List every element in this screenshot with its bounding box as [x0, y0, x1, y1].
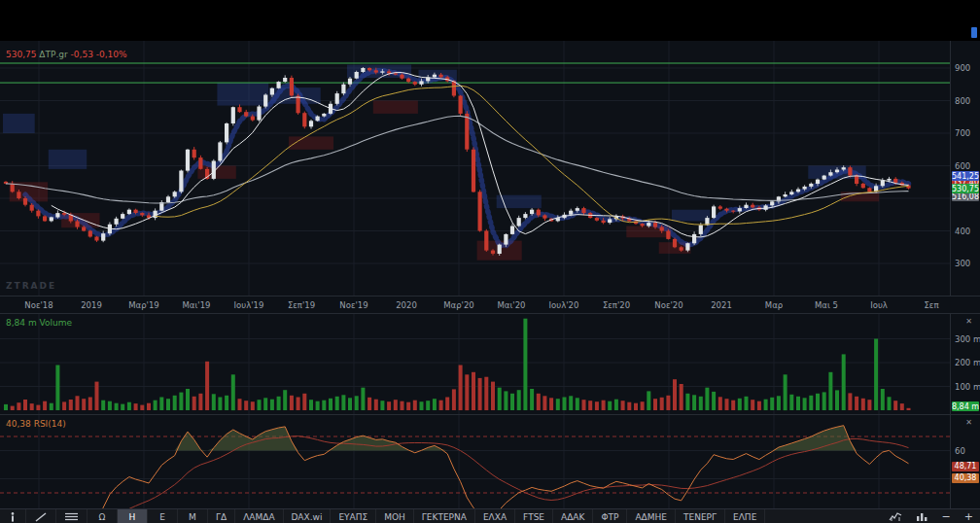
histogram-icon[interactable] — [909, 509, 935, 523]
time-axis-label: Νοε'19 — [339, 296, 368, 314]
symbol-tab-ΛΑΜΔΑ[interactable]: ΛΑΜΔΑ — [235, 509, 283, 523]
top-black-band — [0, 0, 980, 41]
time-axis-label: Ιουλ'20 — [549, 296, 579, 314]
time-axis-label: Μαρ'19 — [128, 296, 159, 314]
line-chart-icon[interactable] — [882, 509, 909, 523]
time-axis[interactable]: Νοε'182019Μαρ'19Μαι'19Ιουλ'19Σεπ'19Νοε'1… — [0, 296, 980, 314]
rsi-overbought-fill — [97, 426, 909, 451]
volume-header: 8,84 m Volume — [6, 318, 72, 328]
price-badges: 537,40 516,08 541,25 530,75 — [952, 171, 979, 201]
rsi-plot: 6040 48,71 40,38 — [0, 415, 980, 509]
rsi-badge: 48,71 — [952, 462, 979, 471]
trading-app-window: { "legend": { "price": "530,75", "symbol… — [0, 0, 980, 523]
candlestick-chart[interactable]: 900800700600500400300 537,40 516,08 541,… — [0, 41, 980, 296]
timeframe-button-Ω[interactable]: Ω — [88, 509, 118, 523]
watchlist-icon[interactable] — [56, 509, 88, 523]
rsi-value: 40,38 — [6, 419, 31, 429]
timeframe-button-Ε[interactable]: Ε — [148, 509, 178, 523]
volume-histogram: 300 m200 m100 m 8,84 m — [0, 314, 980, 415]
volume-close-icon[interactable]: ✕ — [965, 317, 972, 327]
svg-text:40,38: 40,38 — [955, 473, 977, 482]
symbol-tab-ΑΔΜΗΕ[interactable]: ΑΔΜΗΕ — [627, 509, 676, 523]
time-axis-label: Μαι'19 — [183, 296, 211, 314]
candlestick-series — [4, 67, 911, 256]
timeframe-group: ΩΗΕΜ — [88, 509, 208, 523]
rsi-panel[interactable]: 6040 48,71 40,38 40,38 RSI(14) ✕ — [0, 414, 980, 509]
info-icon[interactable] — [0, 509, 26, 523]
price-tick: 800 — [955, 96, 970, 106]
trendline-icon[interactable] — [26, 509, 56, 523]
symbol-tab-ΕΥΑΠΣ[interactable]: ΕΥΑΠΣ — [331, 509, 376, 523]
price-tick: 600 — [955, 161, 970, 171]
timeframe-button-Η[interactable]: Η — [118, 509, 148, 523]
volume-badge: 8,84 m — [952, 401, 979, 411]
corner-toolbar-icon[interactable] — [971, 27, 977, 38]
symbol-tabs: ΓΔΛΑΜΔΑDAX.wiΕΥΑΠΣΜΟΗΓΕΚΤΕΡΝΑΕΛΧΑFTSEΑΔΑ… — [208, 509, 765, 523]
time-axis-label: Σεπ'20 — [603, 296, 630, 314]
svg-text:48,71: 48,71 — [955, 462, 977, 471]
zoom-in-button[interactable]: + — [958, 509, 980, 523]
rsi-line — [97, 426, 909, 509]
symbol-tab-ΕΛΧΑ[interactable]: ΕΛΧΑ — [475, 509, 515, 523]
symbol-tab-ΦΤΡ[interactable]: ΦΤΡ — [593, 509, 627, 523]
volume-tick: 300 m — [955, 334, 980, 344]
rsi-label: RSI(14) — [34, 419, 66, 429]
price-chart-panel[interactable]: 900800700600500400300 537,40 516,08 541,… — [0, 41, 980, 296]
symbol-tab-ΕΛΠΕ[interactable]: ΕΛΠΕ — [725, 509, 765, 523]
toolbar-spacer — [765, 509, 881, 523]
ribbon-overlay — [25, 71, 909, 246]
symbol-tab-ΓΕΚΤΕΡΝΑ[interactable]: ΓΕΚΤΕΡΝΑ — [414, 509, 475, 523]
time-axis-label: 2020 — [396, 296, 417, 314]
volume-tick: 200 m — [955, 358, 980, 367]
time-axis-label: 2021 — [711, 296, 732, 314]
svg-text:541,25: 541,25 — [952, 172, 979, 181]
time-axis-label: Ιουλ'19 — [234, 296, 264, 314]
volume-panel[interactable]: 300 m200 m100 m 8,84 m 8,84 m Volume ✕ — [0, 313, 980, 415]
volume-bars — [4, 319, 911, 410]
symbol-tab-FTSE[interactable]: FTSE — [515, 509, 553, 523]
ma-long-line — [6, 116, 909, 203]
chart-legend[interactable]: 530,75 ΔΤΡ.gr -0,53 -0,10% — [6, 50, 127, 59]
volume-label: Volume — [40, 318, 72, 328]
volume-tick: 100 m — [955, 382, 980, 392]
symbol-tab-DAX.wi[interactable]: DAX.wi — [284, 509, 332, 523]
time-axis-label: Νοε'18 — [24, 296, 52, 314]
price-tick: 900 — [955, 63, 970, 73]
time-axis-label: Μαρ — [765, 296, 783, 314]
svg-text:8,84 m: 8,84 m — [952, 402, 979, 411]
rsi-close-icon[interactable]: ✕ — [965, 418, 972, 428]
alert-lines[interactable] — [0, 63, 950, 83]
time-axis-label: Σεπ — [924, 296, 938, 314]
rsi-tick: 60 — [955, 446, 965, 456]
platform-watermark: ZTRADE — [6, 281, 56, 291]
time-axis-label: 2019 — [81, 296, 102, 314]
volume-value: 8,84 m — [6, 318, 37, 328]
rsi-header: 40,38 RSI(14) — [6, 419, 66, 429]
price-tick: 300 — [955, 259, 970, 268]
time-axis-label: Σεπ'19 — [288, 296, 315, 314]
symbol-tab-ΓΔ[interactable]: ΓΔ — [208, 509, 235, 523]
zoom-out-button[interactable]: − — [935, 509, 958, 523]
rsi-badge: 40,38 — [952, 473, 979, 483]
symbol-tab-ΜΟΗ[interactable]: ΜΟΗ — [376, 509, 414, 523]
time-axis-label: Μαι 5 — [815, 296, 838, 314]
symbol-tab-ΤΕΝΕΡΓ[interactable]: ΤΕΝΕΡΓ — [676, 509, 725, 523]
time-axis-label: Νοε'20 — [654, 296, 682, 314]
svg-text:530,75: 530,75 — [952, 185, 979, 193]
time-axis-label: Μαρ'20 — [443, 296, 474, 314]
bottom-toolbar: ΩΗΕΜ ΓΔΛΑΜΔΑDAX.wiΕΥΑΠΣΜΟΗΓΕΚΤΕΡΝΑΕΛΧΑFT… — [0, 508, 980, 523]
price-tick: 400 — [955, 227, 970, 236]
price-tick: 700 — [955, 128, 970, 138]
time-axis-label: Ιουλ — [870, 296, 888, 314]
time-axis-label: Μαι'20 — [498, 296, 526, 314]
symbol-tab-ΑΔΑΚ[interactable]: ΑΔΑΚ — [553, 509, 593, 523]
timeframe-button-Μ[interactable]: Μ — [178, 509, 208, 523]
